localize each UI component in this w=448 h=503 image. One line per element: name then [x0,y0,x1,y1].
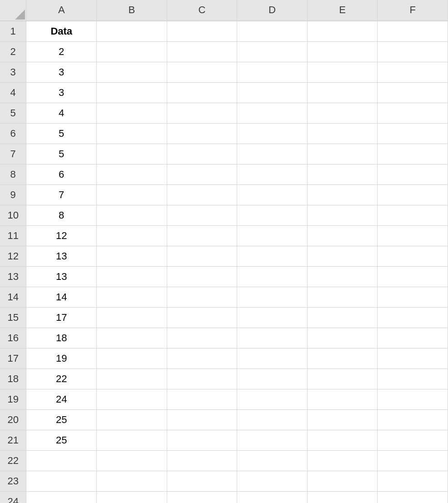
cell-D7[interactable] [237,144,308,164]
cell-E7[interactable] [307,144,378,164]
cell-B3[interactable] [97,62,167,82]
cell-F5[interactable] [378,103,448,123]
row-header-8[interactable]: 8 [0,164,26,184]
cell-C2[interactable] [167,41,237,62]
cell-E20[interactable] [307,409,378,430]
cell-B22[interactable] [97,450,167,471]
column-header-E[interactable]: E [307,0,378,20]
cell-B1[interactable] [97,21,167,41]
cell-E15[interactable] [307,307,378,328]
cell-C9[interactable] [167,184,237,205]
cell-C17[interactable] [167,348,237,369]
cell-B12[interactable] [97,246,167,266]
cell-C21[interactable] [167,430,237,450]
cell-E2[interactable] [307,41,378,62]
cell-C14[interactable] [167,287,237,307]
cell-E14[interactable] [307,287,378,307]
cell-C12[interactable] [167,246,237,266]
cell-B24[interactable] [97,491,167,503]
cell-C11[interactable] [167,225,237,246]
cell-D15[interactable] [237,307,308,328]
cell-C4[interactable] [167,82,237,103]
cell-C5[interactable] [167,103,237,123]
cell-B9[interactable] [97,184,167,205]
cell-D23[interactable] [237,471,308,491]
cell-F4[interactable] [378,82,448,103]
cell-E4[interactable] [307,82,378,103]
cell-D9[interactable] [237,184,308,205]
cell-C7[interactable] [167,144,237,164]
row-header-22[interactable]: 22 [0,450,26,471]
cell-D10[interactable] [237,205,308,225]
cell-B4[interactable] [97,82,167,103]
row-header-12[interactable]: 12 [0,246,26,266]
cell-E1[interactable] [307,21,378,41]
cell-E3[interactable] [307,62,378,82]
cell-D22[interactable] [237,450,308,471]
cell-A13[interactable]: 13 [26,266,97,287]
column-header-B[interactable]: B [97,0,167,20]
cell-B20[interactable] [97,409,167,430]
cell-E22[interactable] [307,450,378,471]
cell-A22[interactable] [26,450,97,471]
cell-E12[interactable] [307,246,378,266]
row-header-16[interactable]: 16 [0,328,26,348]
cell-A23[interactable] [26,471,97,491]
cell-A4[interactable]: 3 [26,82,97,103]
row-header-20[interactable]: 20 [0,409,26,430]
cell-B17[interactable] [97,348,167,369]
cell-F8[interactable] [378,164,448,184]
cell-F14[interactable] [378,287,448,307]
cell-D14[interactable] [237,287,308,307]
cell-E23[interactable] [307,471,378,491]
cell-A12[interactable]: 13 [26,246,97,266]
cell-E5[interactable] [307,103,378,123]
cell-F13[interactable] [378,266,448,287]
cell-F2[interactable] [378,41,448,62]
cell-D8[interactable] [237,164,308,184]
row-header-21[interactable]: 21 [0,430,26,450]
row-header-23[interactable]: 23 [0,471,26,491]
column-header-C[interactable]: C [167,0,237,20]
cell-F6[interactable] [378,123,448,144]
column-header-A[interactable]: A [26,0,97,20]
cell-D13[interactable] [237,266,308,287]
cell-E19[interactable] [307,389,378,409]
cell-C19[interactable] [167,389,237,409]
cell-C23[interactable] [167,471,237,491]
cell-F3[interactable] [378,62,448,82]
cell-A24[interactable] [26,491,97,503]
cell-F16[interactable] [378,328,448,348]
cell-B19[interactable] [97,389,167,409]
row-header-7[interactable]: 7 [0,144,26,164]
row-header-6[interactable]: 6 [0,123,26,144]
cell-A5[interactable]: 4 [26,103,97,123]
row-header-19[interactable]: 19 [0,389,26,409]
cell-B6[interactable] [97,123,167,144]
row-header-10[interactable]: 10 [0,205,26,225]
column-header-D[interactable]: D [237,0,308,20]
cell-E18[interactable] [307,369,378,389]
cell-C18[interactable] [167,369,237,389]
cell-A18[interactable]: 22 [26,369,97,389]
cell-D18[interactable] [237,369,308,389]
cell-F23[interactable] [378,471,448,491]
cell-C13[interactable] [167,266,237,287]
cell-B13[interactable] [97,266,167,287]
cell-E21[interactable] [307,430,378,450]
cell-E13[interactable] [307,266,378,287]
select-all-corner[interactable] [0,0,26,20]
cell-D21[interactable] [237,430,308,450]
cell-A7[interactable]: 5 [26,144,97,164]
cell-A10[interactable]: 8 [26,205,97,225]
cell-C8[interactable] [167,164,237,184]
row-header-5[interactable]: 5 [0,103,26,123]
cell-D16[interactable] [237,328,308,348]
cell-D5[interactable] [237,103,308,123]
cell-D12[interactable] [237,246,308,266]
cell-F24[interactable] [378,491,448,503]
cell-A2[interactable]: 2 [26,41,97,62]
cell-D17[interactable] [237,348,308,369]
cell-B21[interactable] [97,430,167,450]
cell-D2[interactable] [237,41,308,62]
